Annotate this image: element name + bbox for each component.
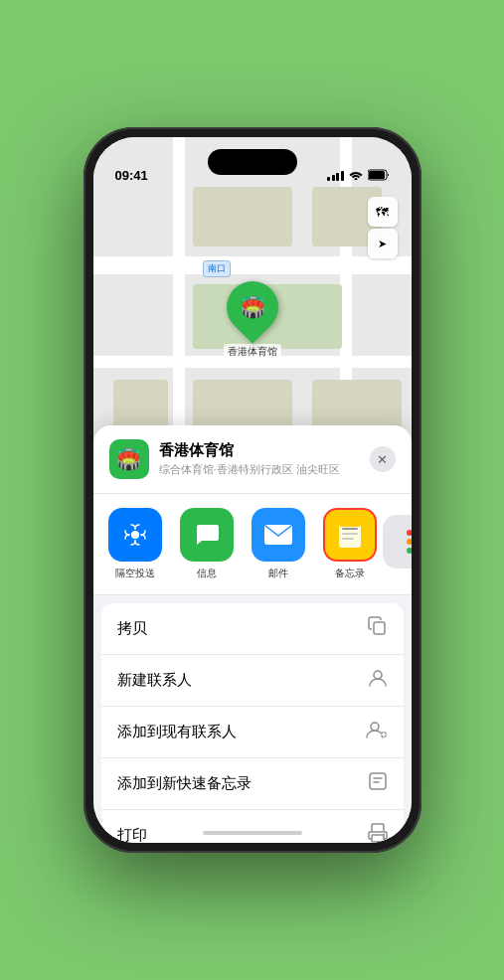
messages-label: 信息 [197, 567, 217, 580]
more-icon [383, 515, 412, 569]
location-header: 🏟️ 香港体育馆 综合体育馆·香港特别行政区 油尖旺区 ✕ [93, 425, 412, 494]
svg-point-12 [371, 723, 379, 731]
share-item-more[interactable] [390, 515, 412, 573]
phone-frame: 09:41 [84, 127, 421, 853]
share-item-notes[interactable]: 备忘录 [318, 508, 382, 580]
notes-label: 备忘录 [335, 567, 365, 580]
map-background: 南口 🏟️ 香港体育馆 [93, 137, 412, 475]
airdrop-label: 隔空投送 [115, 567, 155, 580]
status-time: 09:41 [115, 168, 148, 183]
svg-rect-9 [339, 522, 361, 527]
svg-rect-1 [369, 171, 385, 179]
print-label: 打印 [117, 826, 147, 843]
copy-icon [368, 616, 388, 641]
svg-rect-7 [342, 533, 358, 535]
map-block [193, 187, 292, 246]
map-pin-label: 香港体育馆 [224, 344, 281, 360]
svg-point-17 [383, 834, 385, 836]
location-name: 香港体育馆 [159, 441, 360, 460]
battery-icon [368, 169, 390, 183]
new-contact-label: 新建联系人 [117, 671, 192, 690]
map-label: 南口 [203, 260, 231, 277]
phone-screen: 09:41 [93, 137, 412, 843]
add-existing-label: 添加到现有联系人 [117, 723, 237, 741]
share-item-airdrop[interactable]: 隔空投送 [103, 508, 167, 580]
svg-rect-6 [342, 528, 358, 530]
action-item-add-existing[interactable]: 添加到现有联系人 [101, 707, 404, 758]
svg-rect-14 [370, 773, 386, 789]
map-pin-icon: 🏟️ [216, 270, 289, 344]
map-location-button[interactable]: ➤ [368, 229, 398, 258]
share-row: 隔空投送 信息 [93, 494, 412, 595]
svg-rect-16 [372, 835, 384, 842]
svg-point-11 [374, 671, 382, 679]
bottom-sheet: 🏟️ 香港体育馆 综合体育馆·香港特别行政区 油尖旺区 ✕ [93, 425, 412, 843]
action-item-add-note[interactable]: 添加到新快速备忘录 [101, 758, 404, 810]
add-note-label: 添加到新快速备忘录 [117, 774, 252, 793]
map-pin: 🏟️ 香港体育馆 [224, 281, 281, 360]
mail-icon [252, 508, 305, 562]
location-subtitle: 综合体育馆·香港特别行政区 油尖旺区 [159, 462, 360, 477]
share-item-messages[interactable]: 信息 [175, 508, 239, 580]
action-list: 拷贝 新建联系人 [101, 603, 404, 843]
svg-rect-8 [342, 538, 354, 540]
close-button[interactable]: ✕ [370, 446, 396, 472]
airdrop-icon [108, 508, 162, 562]
signal-bars-icon [327, 171, 344, 181]
home-indicator [203, 831, 302, 835]
map-pin-inner-icon: 🏟️ [240, 295, 264, 319]
status-icons [327, 169, 390, 183]
add-existing-icon [366, 720, 388, 744]
map-road [173, 137, 185, 475]
svg-point-2 [131, 531, 139, 539]
map-road [93, 256, 412, 274]
action-item-new-contact[interactable]: 新建联系人 [101, 655, 404, 707]
share-item-mail[interactable]: 邮件 [247, 508, 310, 580]
svg-rect-10 [374, 622, 385, 634]
map-layers-button[interactable]: 🗺 [368, 197, 398, 227]
map-controls: 🗺 ➤ [368, 197, 398, 258]
print-icon [368, 823, 388, 843]
wifi-icon [349, 169, 363, 183]
location-info: 香港体育馆 综合体育馆·香港特别行政区 油尖旺区 [159, 441, 360, 477]
notes-icon [323, 508, 377, 562]
map-area[interactable]: 南口 🏟️ 香港体育馆 🗺 ➤ [93, 137, 412, 475]
action-item-copy[interactable]: 拷贝 [101, 603, 404, 655]
dynamic-island [208, 149, 297, 175]
mail-label: 邮件 [268, 567, 288, 580]
copy-label: 拷贝 [117, 619, 147, 638]
location-icon: 🏟️ [109, 439, 149, 479]
action-item-print[interactable]: 打印 [101, 810, 404, 843]
add-note-icon [368, 771, 388, 796]
messages-icon [180, 508, 234, 562]
new-contact-icon [368, 668, 388, 693]
svg-rect-15 [372, 824, 384, 832]
